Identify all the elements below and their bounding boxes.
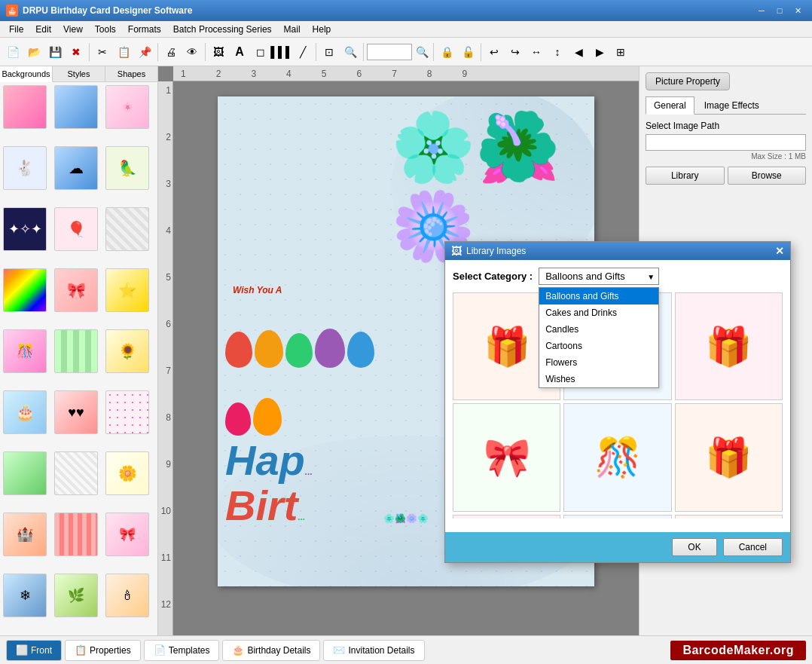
image-path-input[interactable]: C:\Program Files (x86)\DRPU Birthd	[646, 134, 806, 151]
menu-view[interactable]: View	[57, 23, 89, 36]
delete-button[interactable]: ✖	[66, 42, 86, 62]
lib-ok-button[interactable]: OK	[672, 538, 716, 556]
undo-button[interactable]: ↩	[484, 42, 504, 62]
shape-button[interactable]: ◻	[251, 42, 270, 62]
bg-thumb-12[interactable]: ⭐	[105, 268, 149, 312]
barcode-button[interactable]: ▌▌▌	[272, 42, 292, 62]
tab-birthday-details[interactable]: 🎂 Birthday Details	[222, 640, 320, 661]
tab-front[interactable]: ⬜ Front	[6, 640, 62, 661]
lib-dropdown-wishes[interactable]: Wishes	[539, 371, 658, 387]
lib-image-5[interactable]: 🎊	[563, 403, 671, 511]
tab-backgrounds[interactable]: Backgrounds	[0, 66, 53, 82]
tab-styles[interactable]: Styles	[53, 66, 105, 81]
lib-image-6[interactable]: 🎁	[675, 403, 783, 511]
menu-file[interactable]: File	[3, 23, 29, 36]
zoom-plus-button[interactable]: 🔍	[340, 42, 360, 62]
bg-thumb-2[interactable]	[54, 85, 98, 129]
cut-button[interactable]: ✂	[93, 42, 112, 62]
bg-thumb-26[interactable]: 🌿	[54, 574, 98, 617]
lib-image-4[interactable]: 🎀	[453, 403, 560, 511]
image-button[interactable]: 🖼	[209, 42, 228, 62]
lib-title-left: 🖼 Library Images	[451, 245, 526, 257]
bg-thumb-21[interactable]: 🌼	[105, 451, 149, 495]
bg-thumb-25[interactable]: ❄	[3, 574, 47, 617]
lib-dropdown-flowers[interactable]: Flowers	[539, 354, 658, 371]
bg-thumb-16[interactable]: 🎂	[3, 390, 47, 434]
tab-templates[interactable]: 📄 Templates	[144, 640, 220, 661]
tab-properties[interactable]: 📋 Properties	[65, 640, 141, 661]
zoom-input[interactable]: 200%	[367, 44, 412, 60]
bg-thumb-8[interactable]: 🎈	[54, 207, 98, 251]
tab-image-effects[interactable]: Image Effects	[696, 96, 768, 114]
bg-thumb-15[interactable]: 🌻	[105, 329, 149, 373]
menu-edit[interactable]: Edit	[29, 23, 57, 36]
library-content: Select Category : Balloons and Gifts Cak…	[445, 260, 790, 526]
new-button[interactable]: 📄	[3, 42, 23, 62]
menu-help[interactable]: Help	[307, 23, 337, 36]
bg-thumb-19[interactable]	[3, 451, 47, 495]
lib-image-3[interactable]: 🎁	[675, 292, 783, 400]
close-button[interactable]: ✕	[789, 3, 806, 18]
bg-thumb-9[interactable]	[105, 207, 149, 251]
copy-button[interactable]: 📋	[114, 42, 133, 62]
tab-shapes[interactable]: Shapes	[105, 66, 157, 81]
bg-thumb-10[interactable]	[3, 268, 47, 312]
bg-thumb-14[interactable]	[54, 329, 98, 373]
bg-thumb-13[interactable]: 🎊	[3, 329, 47, 373]
zoom-minus-button[interactable]: 🔍	[414, 44, 430, 60]
menu-formats[interactable]: Formats	[122, 23, 167, 36]
lib-dropdown-cartoons[interactable]: Cartoons	[539, 338, 658, 354]
library-button[interactable]: Library	[646, 167, 725, 185]
lib-dropdown-balloons[interactable]: Balloons and Gifts	[539, 288, 658, 304]
unlock-button[interactable]: 🔓	[458, 42, 478, 62]
flip-h-button[interactable]: ↔	[527, 42, 546, 62]
menu-mail[interactable]: Mail	[278, 23, 307, 36]
zoom-select-button[interactable]: ⊡	[319, 42, 339, 62]
tab-invitation-details[interactable]: ✉️ Invitation Details	[323, 640, 424, 661]
bg-thumb-1[interactable]	[3, 85, 47, 129]
flip-v-button[interactable]: ↕	[548, 42, 567, 62]
lock-button[interactable]: 🔒	[437, 42, 456, 62]
bg-thumb-18[interactable]	[105, 390, 149, 434]
lib-dropdown-candles[interactable]: Candles	[539, 321, 658, 338]
menu-batch-processing[interactable]: Batch Processing Series	[167, 23, 278, 36]
bg-thumb-23[interactable]	[54, 513, 98, 556]
bg-thumb-6[interactable]: 🦜	[105, 146, 149, 190]
text-button[interactable]: A	[230, 42, 249, 62]
bg-thumb-17[interactable]: ♥♥	[54, 390, 98, 434]
preview-button[interactable]: 👁	[182, 42, 202, 62]
open-button[interactable]: 📂	[24, 42, 44, 62]
bg-thumb-22[interactable]: 🏰	[3, 513, 47, 556]
bg-thumb-27[interactable]: 🕯	[105, 574, 149, 617]
redo-button[interactable]: ↪	[505, 42, 525, 62]
bg-thumb-11[interactable]: 🎀	[54, 268, 98, 312]
lib-image-8[interactable]: ❤️	[563, 515, 671, 519]
bg-thumb-7[interactable]: ✦✧✦	[3, 207, 47, 251]
minimize-button[interactable]: ─	[753, 3, 770, 18]
browse-button[interactable]: Browse	[728, 167, 807, 185]
bg-thumb-3[interactable]: 🌸	[105, 85, 149, 129]
library-close-button[interactable]: ✕	[775, 245, 784, 257]
tab-general[interactable]: General	[646, 96, 694, 115]
bg-thumb-4[interactable]: 🐇	[3, 146, 47, 190]
bg-thumb-24[interactable]: 🎀	[105, 513, 149, 556]
barcode-maker-label: BarcodeMaker.org	[670, 641, 806, 660]
lib-image-7[interactable]: 💝	[453, 515, 560, 519]
picture-property-button[interactable]: Picture Property	[646, 72, 730, 90]
nav-right-button[interactable]: ▶	[590, 42, 609, 62]
maximize-button[interactable]: □	[771, 3, 788, 18]
lib-dropdown-cakes[interactable]: Cakes and Drinks	[539, 304, 658, 321]
save-button[interactable]: 💾	[45, 42, 65, 62]
menu-tools[interactable]: Tools	[89, 23, 122, 36]
bg-thumb-5[interactable]: ☁	[54, 146, 98, 190]
zoom-control: 200% 🔍	[367, 44, 430, 60]
lib-category-select[interactable]: Balloons and Gifts Cakes and Drinks Cand…	[539, 268, 659, 285]
align-button[interactable]: ⊞	[611, 42, 630, 62]
bg-thumb-20[interactable]	[54, 451, 98, 495]
print-button[interactable]: 🖨	[161, 42, 181, 62]
lib-cancel-button[interactable]: Cancel	[723, 538, 783, 556]
nav-left-button[interactable]: ◀	[569, 42, 588, 62]
line-button[interactable]: ╱	[293, 42, 313, 62]
lib-image-9[interactable]: 🎈	[675, 515, 783, 519]
paste-button[interactable]: 📌	[135, 42, 154, 62]
